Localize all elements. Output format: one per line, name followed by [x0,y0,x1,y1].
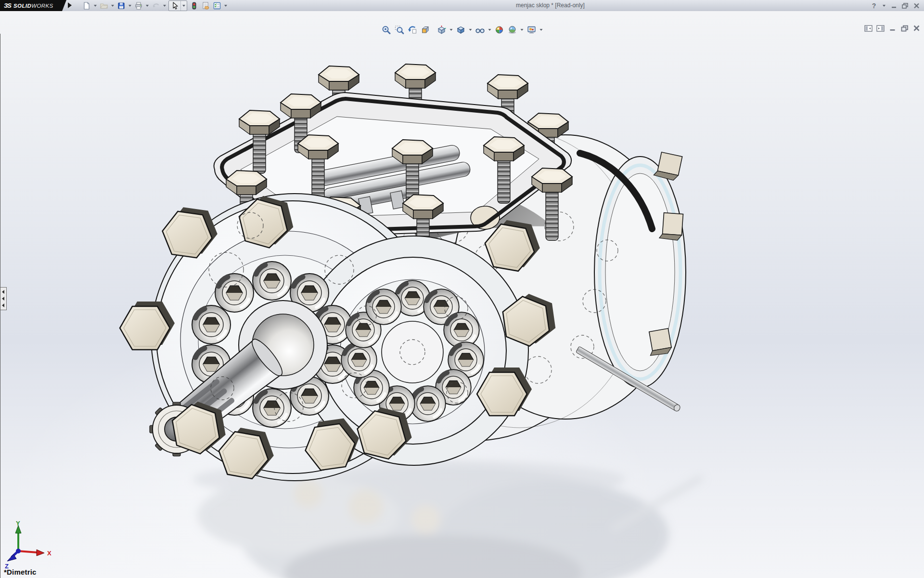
zoom-to-area-button[interactable] [393,25,406,35]
help-dropdown[interactable] [881,1,887,11]
close-document-button[interactable] [912,24,921,32]
print-dropdown[interactable] [144,1,150,11]
save-floppy-icon [117,1,126,10]
graphics-area[interactable]: Y X Z *Dimetric [0,11,924,578]
apply-scene-icon [508,25,517,35]
minimize-icon [891,3,898,9]
select-tool-group [168,0,187,11]
new-document-icon [82,1,91,10]
reference-triad: Y X Z [3,521,61,571]
hide-show-items-dropdown[interactable] [487,25,493,35]
display-style-button[interactable] [455,25,467,35]
edit-appearance-button[interactable] [493,25,506,35]
select-tool-button[interactable] [169,1,181,11]
gearbox-assembly-model[interactable] [0,11,924,578]
rebuild-button[interactable] [188,1,200,11]
section-view-button[interactable] [419,25,432,35]
close-document-icon [913,25,920,31]
restore-window-button[interactable] [901,1,909,10]
triad-x-label: X [47,550,51,557]
menu-flyout-arrow-icon[interactable] [68,2,72,8]
document-window-controls [864,24,921,32]
print-button[interactable] [133,1,144,11]
apply-scene-button[interactable] [506,25,519,35]
zoom-to-fit-button[interactable] [380,25,393,35]
solidworks-logo-mark: ЗS [4,2,11,9]
zoom-to-area-icon [395,25,404,35]
options-button[interactable] [211,1,223,11]
options-list-icon [213,1,221,10]
minimize-window-button[interactable] [890,1,898,10]
display-style-icon [456,25,466,35]
open-folder-icon [100,1,108,10]
appearance-ball-icon [495,25,504,35]
minimize-document-button[interactable] [888,24,897,32]
open-document-button[interactable] [98,1,110,11]
heads-up-view-toolbar [378,24,546,36]
close-window-button[interactable] [912,1,920,10]
collapse-arrow-icon [2,290,4,294]
undo-dropdown[interactable] [162,1,167,11]
window-controls: ? [870,0,920,11]
minimize-document-icon [889,25,896,31]
view-orientation-dropdown[interactable] [449,25,454,35]
section-view-icon [421,25,430,35]
window-title: menjac sklop * [Read-only] [516,0,585,11]
collapse-arrow-icon [2,297,4,301]
save-button[interactable] [116,1,127,11]
view-settings-dropdown[interactable] [539,25,544,35]
save-dropdown[interactable] [127,1,133,11]
restore-document-button[interactable] [900,24,909,32]
new-document-button[interactable] [81,1,92,11]
view-orientation-icon [437,25,447,35]
undo-button[interactable] [150,1,162,11]
featuremanager-collapsed-tab[interactable] [0,287,7,310]
zoom-to-fit-icon [382,25,391,35]
triad-y-label: Y [16,521,20,527]
title-bar: ЗS SOLID WORKS [0,0,924,12]
restore-document-icon [901,25,909,32]
viewport-left-border [0,34,0,578]
file-properties-button[interactable] [200,1,211,11]
file-properties-icon [201,1,210,10]
view-orientation-button[interactable] [436,25,448,35]
options-dropdown[interactable] [223,1,229,11]
toggle-right-pane-button[interactable] [876,24,885,32]
hide-show-items-button[interactable] [474,25,487,35]
print-icon [134,1,143,10]
undo-icon [152,1,160,10]
right-pane-icon [876,25,885,32]
rebuild-traffic-light-icon [190,1,198,10]
eyeglasses-icon [475,25,485,35]
quick-access-toolbar [81,0,229,11]
new-document-dropdown[interactable] [92,1,98,11]
display-style-dropdown[interactable] [468,25,474,35]
apply-scene-dropdown[interactable] [519,25,525,35]
left-pane-icon [864,25,873,32]
view-orientation-label: *Dimetric [4,568,37,576]
view-settings-button[interactable] [526,25,538,35]
view-settings-icon [527,25,537,35]
help-button[interactable]: ? [870,1,878,10]
previous-view-button[interactable] [406,25,419,35]
solidworks-logo: ЗS SOLID WORKS [0,0,66,11]
restore-icon [902,3,909,9]
solidworks-logo-text-bold: SOLID [13,3,31,9]
select-tool-dropdown[interactable] [181,1,187,11]
solidworks-logo-text-light: WORKS [31,3,53,9]
open-document-dropdown[interactable] [110,1,116,11]
close-icon [913,3,920,9]
previous-view-icon [408,25,417,35]
select-cursor-icon [170,1,179,10]
collapse-arrow-icon [2,303,4,307]
toggle-left-pane-button[interactable] [864,24,873,32]
